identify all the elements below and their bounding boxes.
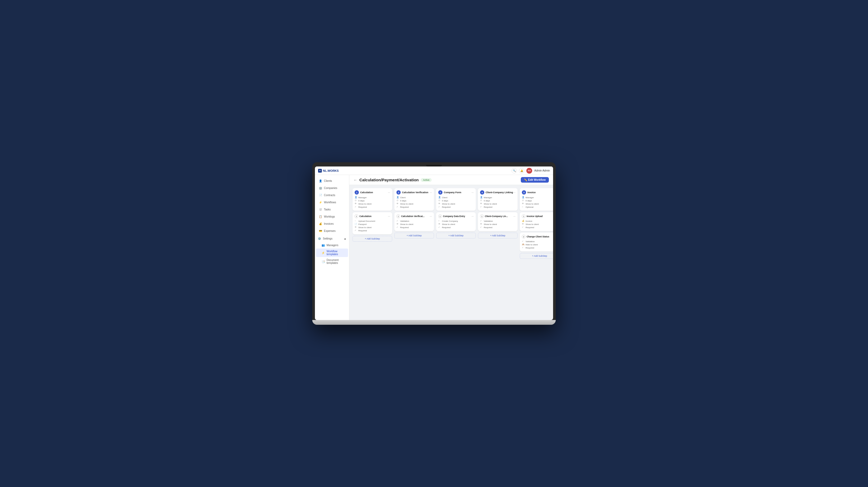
add-substep-btn-5[interactable]: + Add SubStep — [520, 253, 553, 259]
step-card-calculation: 1 Calculation ··· 👤 Manager ⏱ — [352, 188, 392, 211]
file-icon: 📄 — [354, 223, 357, 225]
step-card-ccl: 4 Client-Company Linking ··· 👤 Manager ⏱ — [478, 188, 518, 211]
eye-icon: 👁 — [396, 223, 399, 225]
sidebar-item-clients[interactable]: 👤 Clients — [316, 177, 348, 184]
top-bar-right: 🔍 🔔 AA Admin Admin — [512, 168, 550, 174]
sidebar-item-invoices[interactable]: 💰 Invoices — [316, 220, 348, 227]
step-card-company-form: 3 Company Form ··· 👤 Client ⏱ — [436, 188, 476, 211]
expenses-icon: 💳 — [319, 229, 322, 233]
substep-title: Client-Company Lin... — [485, 215, 514, 218]
step-title-calculation: Calculation — [360, 191, 388, 194]
sidebar-item-contracts[interactable]: 📄 Contracts — [316, 192, 348, 199]
step-number-2: 2 — [396, 190, 401, 194]
substep-title: Calculation — [360, 215, 388, 218]
eye-icon: 👁 — [396, 203, 399, 205]
content-area: ← Calculation/Payment/Activation Active … — [349, 175, 553, 320]
check-icon: ✓ — [396, 206, 399, 208]
add-substep-btn-1[interactable]: + Add SubStep — [352, 236, 392, 242]
back-button[interactable]: ← — [353, 178, 357, 182]
step-menu-calculation[interactable]: ··· — [388, 191, 390, 194]
sidebar-item-workflows[interactable]: ⚡ Workflows — [316, 199, 348, 206]
validation-icon: ✓ — [480, 220, 483, 222]
clock-icon: ⏱ — [522, 199, 525, 202]
eye-icon: 👁 — [522, 203, 525, 205]
create-icon: + — [438, 220, 441, 222]
search-icon[interactable]: 🔍 — [512, 168, 517, 173]
substep-menu[interactable]: ··· — [430, 215, 432, 218]
step-title-company-form: Company Form — [444, 191, 472, 194]
sidebar-item-worklogs[interactable]: 📋 Worklogs — [316, 213, 348, 220]
clock-icon: ⏱ — [396, 199, 399, 202]
substep-title-change-client: Change Client Status — [527, 235, 553, 238]
column-calc-verification: 2 Calculation Verification ··· 👤 Client … — [394, 188, 434, 317]
column-client-company-linking: 4 Client-Company Linking ··· 👤 Manager ⏱ — [478, 188, 518, 317]
sidebar-item-managers[interactable]: 👥 Managers — [316, 242, 348, 248]
sidebar-item-workflow-templates[interactable]: ⚡ Workflow templates — [316, 248, 348, 257]
eye-icon: 👁 — [438, 203, 441, 205]
eye-icon: 👁 — [354, 226, 357, 229]
eye-icon: 👁 — [522, 223, 525, 225]
substep-number: 1 — [438, 214, 442, 218]
check-icon: ✓ — [354, 229, 357, 232]
worklogs-icon: 📋 — [319, 215, 322, 218]
step-title-invoice: Invoice — [527, 191, 553, 194]
hide-icon: 🙈 — [522, 243, 525, 246]
header-left: ← Calculation/Payment/Activation Active — [353, 178, 432, 182]
workflow-templates-icon: ⚡ — [321, 251, 325, 254]
validation-icon: ✓ — [522, 240, 525, 243]
kanban-board: 1 Calculation ··· 👤 Manager ⏱ — [349, 185, 553, 320]
step-detail: 👁 Show to client — [354, 202, 390, 205]
companies-icon: 🏢 — [319, 186, 322, 190]
step-detail: ⏱ 0 days — [354, 199, 390, 202]
person-icon: 👤 — [396, 196, 399, 199]
add-substep-btn-2[interactable]: + Add SubStep — [394, 233, 434, 239]
bell-icon[interactable]: 🔔 — [519, 168, 524, 173]
check-icon: ✓ — [354, 206, 357, 208]
check-icon: ✓ — [396, 226, 399, 229]
step-card-calc-verification: 2 Calculation Verification ··· 👤 Client … — [394, 188, 434, 211]
step-number-1: 1 — [354, 190, 359, 194]
clock-icon: ⏱ — [480, 199, 483, 202]
edit-workflow-button[interactable]: ✏️ Edit Workflow — [521, 177, 549, 183]
substep-menu[interactable]: ··· — [514, 215, 516, 218]
sidebar-item-document-templates[interactable]: 📑 Document templates — [316, 257, 348, 266]
settings-header[interactable]: ⚙️ Settings ▲ — [315, 235, 349, 242]
substep-card-ccl-1: 1 Client-Company Lin... ··· ✓ Validation… — [478, 212, 518, 231]
step-card-invoice: 5 Invoice ··· 👤 Manager ⏱ — [520, 188, 553, 211]
substep-menu[interactable]: ··· — [388, 215, 390, 218]
status-badge: Active — [421, 178, 432, 182]
invoices-icon: 💰 — [319, 222, 322, 225]
clock-icon: ⏱ — [354, 199, 357, 202]
invoice-icon: 💰 — [522, 220, 525, 222]
add-substep-btn-4[interactable]: + Add SubStep — [478, 233, 518, 239]
column-company-form: 3 Company Form ··· 👤 Client ⏱ — [436, 188, 476, 317]
validation-icon: ✓ — [396, 220, 399, 222]
substep-menu[interactable]: ··· — [472, 215, 474, 218]
substep-card-cv-1: 1 Calculation Verificat... ··· ✓ Validat… — [394, 212, 434, 231]
step-menu[interactable]: ··· — [472, 191, 474, 194]
chevron-icon: ▲ — [344, 237, 346, 240]
step-menu[interactable]: ··· — [430, 191, 432, 194]
check-icon: ✓ — [522, 246, 525, 249]
check-icon: ✓ — [480, 206, 483, 208]
substep-title-company-data-entry: Company Data Entry — [443, 215, 472, 218]
step-detail: 👤 Manager — [354, 196, 390, 199]
sidebar-item-expenses[interactable]: 💳 Expenses — [316, 227, 348, 234]
sidebar-item-tasks[interactable]: ☑ Tasks — [316, 206, 348, 213]
clock-icon: ⏱ — [438, 199, 441, 202]
page-title: Calculation/Payment/Activation — [360, 178, 418, 182]
substep-title: Calculation Verificat... — [401, 215, 430, 218]
settings-section: ⚙️ Settings ▲ 👥 Managers ⚡ Workflow temp… — [315, 235, 349, 266]
step-menu[interactable]: ··· — [514, 191, 516, 194]
step-number-4: 4 — [480, 190, 484, 194]
check-icon: ✓ — [522, 226, 525, 229]
person-icon: 👤 — [354, 196, 357, 199]
eye-icon: 👁 — [480, 223, 483, 225]
clients-icon: 👤 — [319, 179, 322, 183]
eye-icon: 👁 — [480, 203, 483, 205]
column-calculation: 1 Calculation ··· 👤 Manager ⏱ — [352, 188, 392, 317]
add-substep-btn-3[interactable]: + Add SubStep — [436, 233, 476, 239]
sidebar-item-companies[interactable]: 🏢 Companies — [316, 184, 348, 191]
substep-card-calculation-1: 1 Calculation ··· ↑ Upload Document 📄 — [352, 212, 392, 234]
eye-icon: 👁 — [354, 203, 357, 205]
